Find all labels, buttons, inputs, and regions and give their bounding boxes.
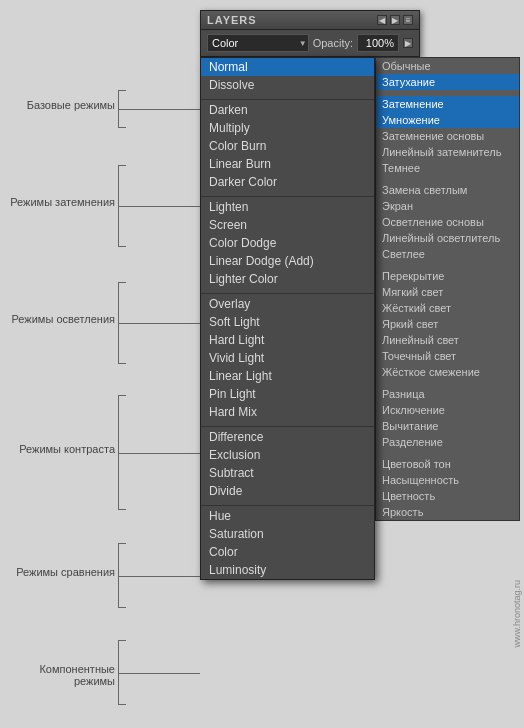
- translation-item: Разница: [376, 386, 519, 402]
- translation-item: Разделение: [376, 434, 519, 450]
- dropdown-item[interactable]: Lighter Color: [201, 270, 374, 288]
- dropdown-item[interactable]: Linear Dodge (Add): [201, 252, 374, 270]
- translation-item: Экран: [376, 198, 519, 214]
- category-label: Режимы сравнения: [5, 566, 115, 578]
- dropdown-item[interactable]: Divide: [201, 482, 374, 500]
- panel-expand-btn[interactable]: ▶: [390, 15, 400, 25]
- dropdown-item[interactable]: Difference: [201, 428, 374, 446]
- dropdown-item[interactable]: Multiply: [201, 119, 374, 137]
- dropdown-item[interactable]: Darker Color: [201, 173, 374, 191]
- translation-item: Обычные: [376, 58, 519, 74]
- dropdown-item[interactable]: Soft Light: [201, 313, 374, 331]
- dropdown-divider: [201, 288, 374, 294]
- dropdown-item[interactable]: Linear Burn: [201, 155, 374, 173]
- dropdown-item[interactable]: Subtract: [201, 464, 374, 482]
- dropdown-divider: [201, 191, 374, 197]
- translation-item: Яркость: [376, 504, 519, 520]
- category-label: Базовые режимы: [5, 99, 115, 111]
- translation-item: Яркий свет: [376, 316, 519, 332]
- category-label: Режимы затемнения: [5, 196, 115, 208]
- translation-item: Линейный затемнитель: [376, 144, 519, 160]
- blend-mode-wrapper: Color ▼: [207, 34, 309, 52]
- dropdown-divider: [201, 500, 374, 506]
- translations-panel: ОбычныеЗатуханиеЗатемнениеУмножениеЗатем…: [375, 57, 520, 521]
- dropdown-item[interactable]: Color: [201, 543, 374, 561]
- panel-title: LAYERS: [207, 14, 257, 26]
- dropdown-item[interactable]: Linear Light: [201, 367, 374, 385]
- bracket-horizontal: [118, 206, 200, 207]
- translation-item: Светлее: [376, 246, 519, 262]
- layers-panel: LAYERS ◀ ▶ ≡ Color ▼ Opacity: ▶: [200, 10, 420, 58]
- translation-item: Линейный свет: [376, 332, 519, 348]
- dropdown-divider: [201, 421, 374, 427]
- translation-item: Вычитание: [376, 418, 519, 434]
- translation-item: Цветовой тон: [376, 456, 519, 472]
- bracket-horizontal: [118, 323, 200, 324]
- dropdown-item[interactable]: Darken: [201, 101, 374, 119]
- dropdown-item[interactable]: Luminosity: [201, 561, 374, 579]
- bracket-horizontal: [118, 453, 200, 454]
- translation-item: Перекрытие: [376, 268, 519, 284]
- dropdown-item[interactable]: Pin Light: [201, 385, 374, 403]
- dropdown-item[interactable]: Overlay: [201, 295, 374, 313]
- opacity-input[interactable]: [357, 34, 399, 52]
- dropdown-item[interactable]: Exclusion: [201, 446, 374, 464]
- opacity-arrow-btn[interactable]: ▶: [403, 38, 413, 48]
- translation-item: Мягкий свет: [376, 284, 519, 300]
- translation-item: Затемнение: [376, 96, 519, 112]
- translation-item: Осветление основы: [376, 214, 519, 230]
- panel-menu-btn[interactable]: ≡: [403, 15, 413, 25]
- opacity-label: Opacity:: [313, 37, 353, 49]
- translation-item: Замена светлым: [376, 182, 519, 198]
- translation-item: Затухание: [376, 74, 519, 90]
- panel-titlebar: LAYERS ◀ ▶ ≡: [201, 11, 419, 30]
- dropdown-divider: [201, 94, 374, 100]
- translation-item: Жёсткое смежение: [376, 364, 519, 380]
- dropdown-item[interactable]: Color Burn: [201, 137, 374, 155]
- translation-item: Жёсткий свет: [376, 300, 519, 316]
- dropdown-item[interactable]: Screen: [201, 216, 374, 234]
- translation-item: Насыщенность: [376, 472, 519, 488]
- bracket-horizontal: [118, 576, 200, 577]
- watermark: www.hronotag.ru: [512, 580, 522, 648]
- bracket-horizontal: [118, 109, 200, 110]
- translation-item: Точечный свет: [376, 348, 519, 364]
- dropdown-item[interactable]: Hard Mix: [201, 403, 374, 421]
- panel-collapse-btn[interactable]: ◀: [377, 15, 387, 25]
- dropdown-item[interactable]: Normal: [201, 58, 374, 76]
- translation-item: Исключение: [376, 402, 519, 418]
- translation-item: Темнее: [376, 160, 519, 176]
- translation-item: Умножение: [376, 112, 519, 128]
- panel-controls: ◀ ▶ ≡: [377, 15, 413, 25]
- dropdown-item[interactable]: Hue: [201, 507, 374, 525]
- dropdown-item[interactable]: Color Dodge: [201, 234, 374, 252]
- translation-item: Затемнение основы: [376, 128, 519, 144]
- dropdown-item[interactable]: Lighten: [201, 198, 374, 216]
- bracket-horizontal: [118, 673, 200, 674]
- blend-mode-dropdown: NormalDissolveDarkenMultiplyColor BurnLi…: [200, 57, 375, 580]
- category-label: Компонентные режимы: [5, 663, 115, 687]
- translation-item: Цветность: [376, 488, 519, 504]
- translation-item: Линейный осветлитель: [376, 230, 519, 246]
- dropdown-item[interactable]: Saturation: [201, 525, 374, 543]
- category-label: Режимы контраста: [5, 443, 115, 455]
- dropdown-item[interactable]: Hard Light: [201, 331, 374, 349]
- dropdown-item[interactable]: Dissolve: [201, 76, 374, 94]
- dropdown-item[interactable]: Vivid Light: [201, 349, 374, 367]
- category-label: Режимы осветления: [5, 313, 115, 325]
- panel-toolbar: Color ▼ Opacity: ▶: [201, 30, 419, 57]
- blend-mode-select[interactable]: Color: [207, 34, 309, 52]
